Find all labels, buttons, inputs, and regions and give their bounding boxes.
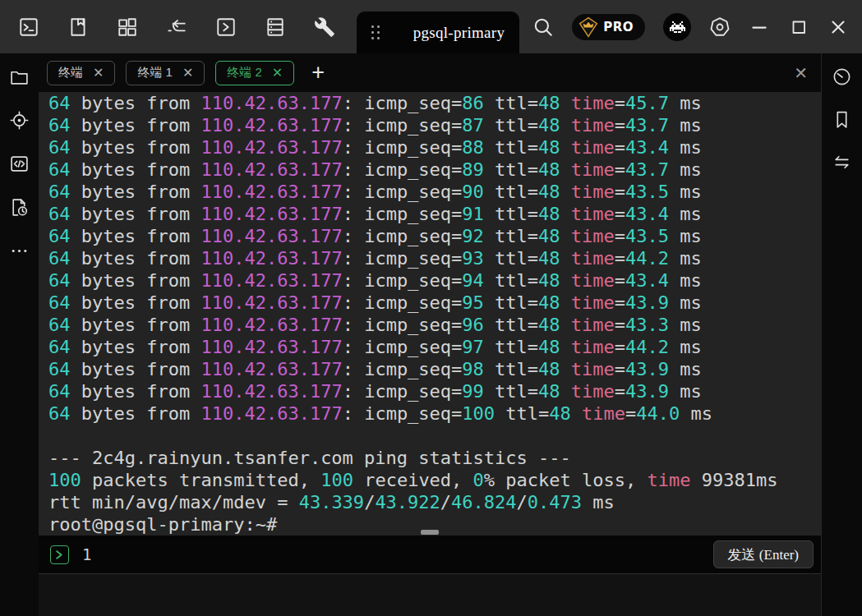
tab-label: 终端 2 [227,65,262,80]
terminal-tab[interactable]: 终端 2✕ [215,61,294,85]
command-input[interactable]: 1 [82,545,713,563]
bookmark-icon[interactable] [832,108,853,130]
minimize-button[interactable] [749,16,770,38]
ping-output-line: 64 bytes from 110.42.63.177: icmp_seq=95… [48,292,821,314]
search-icon[interactable] [532,16,554,38]
add-tab-button[interactable]: + [311,62,325,84]
terminal-output[interactable]: 64 bytes from 110.42.63.177: icmp_seq=86… [39,92,821,536]
code-icon[interactable] [9,153,30,174]
ping-output-line: 64 bytes from 110.42.63.177: icmp_seq=93… [48,247,821,269]
titlebar: pgsql-primary PRO [0,0,862,53]
terminal-tab[interactable]: 终端 1✕ [126,61,205,85]
splitter-handle[interactable] [421,530,439,535]
stats-line: rtt min/avg/max/mdev = 43.339/43.922/46.… [48,491,821,513]
session-tab-title: pgsql-primary [413,24,505,42]
crown-diamond-icon [578,16,599,38]
stats-line: --- 2c4g.rainyun.tsanfer.com ping statis… [48,447,821,469]
drag-handle-icon[interactable] [371,25,380,39]
folder-icon[interactable] [9,66,30,87]
file-history-icon[interactable] [9,196,30,218]
ping-output-line: 64 bytes from 110.42.63.177: icmp_seq=86… [48,92,821,114]
space-invader-icon[interactable] [663,13,691,41]
right-sidebar [821,53,862,616]
app-window: pgsql-primary PRO [0,0,862,616]
terminal-panel: 终端✕终端 1✕终端 2✕ + ✕ 64 bytes from 110.42.6… [39,53,821,616]
stats-line: 100 packets transmitted, 100 received, 0… [48,469,821,491]
speed-gauge-icon[interactable] [832,66,853,87]
ping-output-line: 64 bytes from 110.42.63.177: icmp_seq=99… [48,380,821,402]
terminal-tabbar: 终端✕终端 1✕终端 2✕ + ✕ [39,53,821,92]
ping-output-line: 64 bytes from 110.42.63.177: icmp_seq=10… [48,402,821,425]
left-sidebar [0,53,39,616]
ping-output-line: 64 bytes from 110.42.63.177: icmp_seq=89… [48,159,821,181]
tab-close-icon[interactable]: ✕ [182,67,193,80]
command-input-row: 1 发送 (Enter) [39,536,821,573]
locate-target-icon[interactable] [9,109,30,131]
terminal-tabs: 终端✕终端 1✕终端 2✕ [47,61,305,85]
send-button[interactable]: 发送 (Enter) [713,540,814,568]
ping-output-line: 64 bytes from 110.42.63.177: icmp_seq=96… [48,314,821,336]
ping-output-line: 64 bytes from 110.42.63.177: icmp_seq=98… [48,358,821,380]
more-ellipsis-icon[interactable] [9,240,30,261]
titlebar-right: PRO [532,13,849,41]
maximize-button[interactable] [788,16,809,38]
connection-tree-icon[interactable] [166,16,187,38]
layout-grid-icon[interactable] [117,16,138,38]
tab-close-icon[interactable]: ✕ [93,67,104,80]
ping-output-line: 64 bytes from 110.42.63.177: icmp_seq=87… [48,114,821,136]
prompt-chevron-icon [50,545,69,564]
ping-output-line: 64 bytes from 110.42.63.177: icmp_seq=92… [48,225,821,247]
bottom-panel [39,573,821,616]
session-tab-pgsql-primary[interactable]: pgsql-primary [357,11,519,53]
transfer-arrows-icon[interactable] [832,151,853,172]
server-list-icon[interactable] [265,16,286,38]
toolbar [18,16,335,38]
tab-close-icon[interactable]: ✕ [272,67,283,80]
run-terminal-icon[interactable] [215,16,237,38]
book-icon[interactable] [67,16,89,38]
ping-output-line: 64 bytes from 110.42.63.177: icmp_seq=88… [48,136,821,159]
ping-output-line: 64 bytes from 110.42.63.177: icmp_seq=91… [48,203,821,225]
close-button[interactable] [827,16,849,38]
ping-output-line: 64 bytes from 110.42.63.177: icmp_seq=90… [48,181,821,203]
terminal-icon[interactable] [18,16,39,38]
tab-label: 终端 [58,65,83,80]
terminal-tab[interactable]: 终端✕ [47,61,115,85]
blank-line [48,425,821,447]
main-area: 终端✕终端 1✕终端 2✕ + ✕ 64 bytes from 110.42.6… [0,53,862,616]
pro-label: PRO [603,20,634,34]
wrench-icon[interactable] [314,16,335,38]
ping-output-line: 64 bytes from 110.42.63.177: icmp_seq=94… [48,269,821,292]
settings-icon[interactable] [709,16,731,38]
panel-close-icon[interactable]: ✕ [794,65,808,81]
tab-label: 终端 1 [137,65,173,80]
ping-output-line: 64 bytes from 110.42.63.177: icmp_seq=97… [48,336,821,358]
pro-badge[interactable]: PRO [572,14,645,40]
